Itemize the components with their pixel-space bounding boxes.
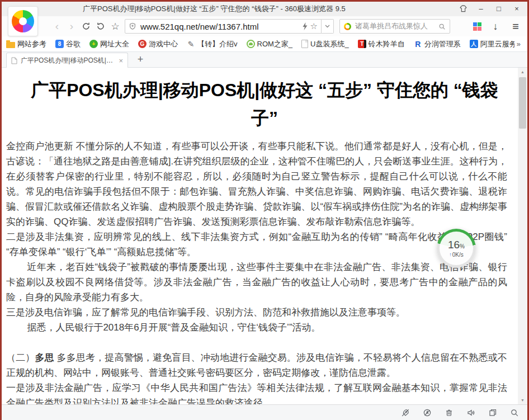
scroll-down-icon[interactable]: ▼ — [518, 396, 527, 404]
close-button[interactable]: × — [509, 3, 524, 14]
bookmark-item[interactable]: ✎【转】介绍v — [187, 39, 238, 49]
scroll-up-icon[interactable]: ▲ — [518, 68, 527, 76]
window-title: 广平POS机办理|移动POS机|做好这 “五步” 守住您的 “钱袋子” - 36… — [83, 2, 346, 16]
vertical-scrollbar[interactable]: ▲ ▼ — [518, 68, 527, 404]
article-body: 金控商户池更新 不懂分际的人不知道，有些事可以公开谈，有些事只能私下说。他们通常… — [6, 139, 507, 404]
bookmark-label: U盘装系统_ — [310, 39, 349, 49]
page-icon — [11, 57, 17, 64]
url-dropdown-button[interactable] — [322, 19, 334, 34]
paragraph: 据悉，人民银行于2018年6月开展“普及金融知识，守住‘钱袋子’”活动。 — [6, 320, 507, 335]
forward-button[interactable]: › — [64, 19, 79, 34]
so-search-logo-icon — [344, 23, 351, 30]
t-logo-icon: T — [358, 40, 366, 48]
pinwheel-logo-icon — [12, 10, 34, 32]
paragraph: 近年来，老百姓“钱袋子”被戳破的事情屡屡出现，这些事件主要集中在非法金融广告、非… — [6, 259, 507, 305]
game-center-icon: G — [138, 40, 147, 48]
active-tab[interactable]: 广平POS机办理|移动POS机|做好这“五步” × — [6, 53, 128, 68]
page-title: 广平POS机办理|移动POS机|做好这 “五步” 守住您的 “钱袋子” — [18, 77, 511, 132]
lightning-icon[interactable] — [302, 22, 308, 30]
page-content: 广平POS机办理|移动POS机|做好这 “五步” 守住您的 “钱袋子” 金控商户… — [2, 68, 527, 404]
multi-window-icon[interactable] — [488, 408, 498, 418]
new-tab-button[interactable]: + — [133, 53, 148, 66]
paragraph: 一是涉及非法金融广告，应学习《中华人民共和国广告法》等相关法律法规，了解互联网金… — [6, 380, 507, 404]
url-input[interactable] — [139, 21, 300, 32]
bookmark-label: 网址大全 — [100, 39, 129, 49]
rocket-disabled-icon[interactable] — [400, 408, 410, 418]
trash-icon[interactable] — [444, 408, 454, 418]
google-8-icon: 8 — [55, 40, 64, 48]
bookmark-label: 阿里云服务 — [480, 39, 514, 49]
url-bar[interactable]: ☆ — [125, 19, 322, 34]
speaker-icon[interactable] — [466, 408, 476, 418]
progress-percent: 16% — [448, 239, 465, 250]
browser-logo[interactable] — [8, 6, 38, 36]
hand-pen-icon: ✎ — [187, 40, 195, 48]
bookmarks-overflow-chevron[interactable]: » — [514, 40, 523, 48]
bookmark-item[interactable]: 网站参考 — [6, 39, 46, 49]
plus-circle-icon: + — [89, 40, 98, 48]
download-icon[interactable]: ↓ — [489, 20, 502, 33]
skin-icon[interactable] — [456, 3, 470, 14]
browser-window: 广平POS机办理|移动POS机|做好这 “五步” 守住您的 “钱袋子” - 36… — [0, 0, 529, 420]
bookmark-star-icon[interactable]: ☆ — [310, 21, 318, 31]
bookmark-label: 分润管理系 — [424, 39, 461, 49]
shield-icon — [129, 22, 136, 30]
bookmark-label: 游戏中心 — [149, 39, 178, 49]
bookmark-label: 谷歌 — [66, 39, 81, 49]
tab-close-icon[interactable]: × — [119, 56, 123, 65]
up-arrow-icon: ↑ — [449, 252, 452, 257]
speed-progress-widget[interactable]: 16% ↑0K/s — [437, 229, 476, 268]
search-input[interactable] — [354, 22, 436, 31]
paragraph: 金控商户池更新 不懂分际的人不知道，有些事可以公开谈，有些事只能私下说。他们通常… — [6, 139, 507, 229]
paragraph: （二）多思 多多思考，提高警惕，避免盲目、冲动地进行金融交易。涉及电信诈骗，不轻… — [6, 350, 507, 380]
bookmark-label: 【转】介绍v — [197, 39, 238, 49]
toolbar-right: ↓ ≡ — [473, 20, 522, 33]
paragraph: 三是涉及电信诈骗，应了解常见的电信诈骗手段、识别方法、防范和补救措施以及注意事项… — [6, 305, 507, 320]
document-icon — [301, 40, 308, 48]
paragraph: 二是涉及非法集资，应明辨常见的线上、线下非法集资方式，例如“金融互助为名的传销”… — [6, 229, 507, 259]
bookmark-item[interactable]: +网址大全 — [89, 39, 129, 49]
menu-icon[interactable]: ≡ — [509, 20, 522, 33]
titlebar: 广平POS机办理|移动POS机|做好这 “五步” 守住您的 “钱袋子” - 36… — [2, 2, 527, 16]
bookmark-item[interactable]: 人阿里云服务 — [470, 39, 514, 49]
android-icon — [247, 40, 255, 48]
bookmark-label: 铃木羚羊自 — [369, 39, 405, 49]
bookmark-item[interactable]: ROM之家_ — [247, 39, 293, 49]
bookmark-item[interactable]: G游戏中心 — [138, 39, 178, 49]
search-magnifier-icon[interactable] — [438, 23, 446, 30]
r-logo-icon: R — [414, 40, 422, 48]
speed-progress-inner: 16% ↑0K/s — [440, 232, 473, 265]
zoom-icon[interactable] — [509, 408, 519, 418]
search-bar[interactable] — [339, 19, 450, 34]
bookmark-item[interactable]: U盘装系统_ — [301, 39, 349, 49]
bookmarks-list: 网站参考8谷歌+网址大全G游戏中心✎【转】介绍vROM之家_U盘装系统_T铃木羚… — [6, 39, 514, 49]
refresh-icon[interactable] — [79, 19, 93, 34]
bookmarks-bar: 网站参考8谷歌+网址大全G游戏中心✎【转】介绍vROM之家_U盘装系统_T铃木羚… — [2, 36, 527, 52]
status-bar — [2, 404, 527, 420]
bookmark-label: ROM之家_ — [257, 39, 293, 49]
apps-grid-icon[interactable] — [473, 22, 481, 31]
restore-tab-icon[interactable] — [93, 19, 108, 34]
scrollbar-thumb[interactable] — [519, 77, 526, 129]
maximize-button[interactable]: □ — [492, 3, 506, 14]
aliyun-figure-icon: 人 — [470, 40, 478, 48]
tab-title: 广平POS机办理|移动POS机|做好这“五步” — [21, 56, 115, 65]
folder-icon — [6, 42, 15, 48]
bookmark-item[interactable]: T铃木羚羊自 — [358, 39, 405, 49]
window-controls: – □ × — [456, 3, 524, 14]
toolbar: ‹ › ☆ ☆ — [2, 16, 527, 36]
bookmark-item[interactable]: 8谷歌 — [55, 39, 81, 49]
favorites-star-icon[interactable]: ☆ — [108, 19, 122, 34]
back-button[interactable]: ‹ — [50, 19, 64, 34]
minimize-button[interactable]: – — [474, 3, 488, 14]
bookmark-item[interactable]: R分润管理系 — [414, 39, 461, 49]
bookmark-label: 网站参考 — [17, 39, 46, 49]
page-speed-icon[interactable] — [422, 408, 432, 418]
tab-bar: 广平POS机办理|移动POS机|做好这“五步” × + — [2, 52, 527, 68]
download-speed: ↑0K/s — [449, 252, 464, 258]
